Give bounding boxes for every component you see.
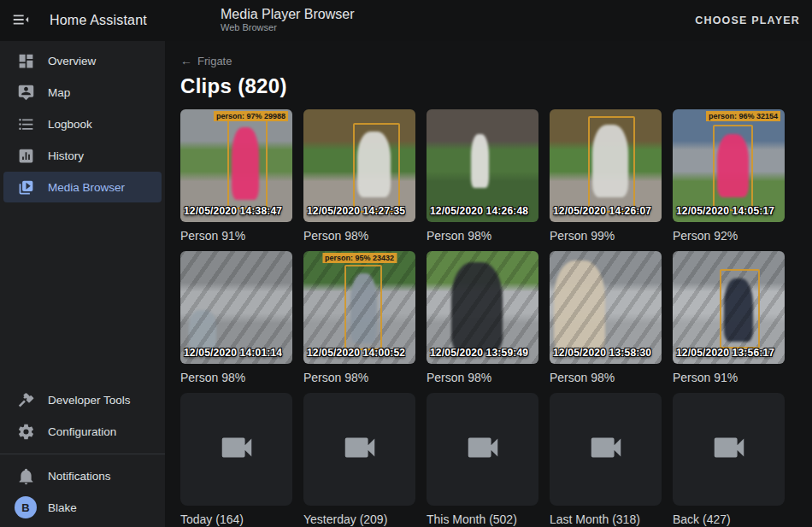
folder-label: This Month (502): [427, 512, 538, 527]
sidebar-item-label: Developer Tools: [48, 394, 131, 407]
clip-card[interactable]: 12/05/2020 13:56:17 Person 91%: [673, 251, 785, 385]
sidebar-item-label: Media Browser: [48, 181, 125, 194]
page-subtitle: Web Browser: [221, 22, 355, 33]
clip-timestamp: 12/05/2020 14:26:48: [430, 205, 528, 217]
sidebar-item-map[interactable]: Map: [3, 77, 162, 108]
sidebar-item-notifications[interactable]: Notifications: [3, 460, 162, 491]
sidebar-divider: [0, 454, 165, 454]
clip-card[interactable]: 12/05/2020 14:27:35 Person 98%: [303, 109, 415, 243]
person-figure: [451, 262, 503, 353]
clip-thumbnail: person: 96% 32154 12/05/2020 14:05:17: [673, 109, 785, 222]
video-camera-icon: [217, 428, 256, 471]
clip-thumbnail: 12/05/2020 14:01:14: [180, 251, 292, 364]
clip-timestamp: 12/05/2020 14:05:17: [676, 205, 774, 217]
sidebar-item-developer-tools[interactable]: Developer Tools: [3, 384, 162, 415]
folder-label: Today (164): [180, 512, 292, 527]
folder-tile: [550, 393, 662, 506]
clip-timestamp: 12/05/2020 14:00:52: [307, 347, 405, 359]
hammer-icon: [3, 391, 48, 409]
list-bulleted-icon: [3, 115, 48, 133]
clip-thumbnail: 12/05/2020 13:56:17: [673, 251, 785, 364]
chart-box-icon: [3, 147, 48, 165]
clip-card[interactable]: 12/05/2020 14:26:48 Person 98%: [427, 109, 538, 243]
map-account-icon: [3, 84, 48, 102]
sidebar-spacer: [0, 203, 165, 384]
folder-card-today[interactable]: Today (164): [180, 393, 292, 527]
folder-tile: [673, 393, 785, 506]
video-camera-icon: [463, 428, 503, 471]
clip-timestamp: 12/05/2020 14:26:07: [553, 205, 651, 217]
choose-player-button[interactable]: CHOOSE PLAYER: [695, 0, 800, 41]
sidebar-item-configuration[interactable]: Configuration: [3, 416, 162, 447]
clip-caption: Person 98%: [550, 370, 662, 385]
sidebar-item-logbook[interactable]: Logbook: [3, 108, 162, 139]
sidebar: Overview Map Logbook History Media Brows…: [0, 41, 165, 527]
app-title: Home Assistant: [50, 13, 147, 28]
user-name-label: Blake: [48, 501, 77, 514]
folder-card-back[interactable]: Back (427): [673, 393, 785, 527]
clip-caption: Person 98%: [303, 370, 415, 385]
clip-card[interactable]: person: 95% 23432 12/05/2020 14:00:52 Pe…: [303, 251, 415, 385]
clip-card[interactable]: person: 97% 29988 12/05/2020 14:38:47 Pe…: [180, 109, 292, 243]
clip-caption: Person 91%: [180, 228, 292, 243]
person-figure: [471, 134, 489, 188]
sidebar-item-media-browser[interactable]: Media Browser: [3, 172, 162, 202]
sidebar-item-label: Map: [48, 86, 70, 99]
detection-bbox: [720, 269, 760, 348]
page-title-clips: Clips (820): [180, 74, 812, 98]
clip-timestamp: 12/05/2020 14:01:14: [184, 347, 282, 359]
detection-bbox: [588, 116, 635, 214]
sidebar-item-history[interactable]: History: [3, 140, 162, 171]
clip-card[interactable]: 12/05/2020 13:58:30 Person 98%: [550, 251, 662, 385]
folder-tile: [303, 393, 415, 506]
bell-icon: [3, 467, 48, 485]
sidebar-item-label: Overview: [48, 55, 96, 67]
back-arrow-icon: ←: [180, 54, 192, 67]
sidebar-item-label: Notifications: [48, 470, 111, 483]
folder-card-last-month[interactable]: Last Month (318): [550, 393, 662, 527]
sidebar-item-user-profile[interactable]: B Blake: [3, 492, 162, 523]
page-header: Media Player Browser Web Browser: [221, 6, 355, 33]
clip-card[interactable]: 12/05/2020 13:59:49 Person 98%: [427, 251, 538, 385]
video-camera-icon: [340, 428, 380, 471]
sidebar-toggle-button[interactable]: [0, 0, 41, 41]
folder-card-yesterday[interactable]: Yesterday (209): [303, 393, 415, 527]
person-figure: [189, 310, 215, 351]
detection-chip: person: 96% 32154: [706, 111, 780, 121]
video-camera-icon: [709, 428, 749, 471]
video-camera-icon: [586, 428, 626, 471]
clip-timestamp: 12/05/2020 13:59:49: [430, 347, 528, 359]
sidebar-item-overview[interactable]: Overview: [3, 45, 162, 76]
sidebar-item-label: History: [48, 149, 84, 162]
clip-card[interactable]: 12/05/2020 14:26:07 Person 99%: [550, 109, 662, 243]
folder-card-this-month[interactable]: This Month (502): [427, 393, 538, 527]
clip-caption: Person 98%: [180, 370, 292, 385]
play-box-multiple-icon: [3, 179, 48, 196]
clip-thumbnail: person: 97% 29988 12/05/2020 14:38:47: [180, 109, 292, 222]
clip-card[interactable]: 12/05/2020 14:01:14 Person 98%: [180, 251, 292, 385]
clip-thumbnail: 12/05/2020 14:26:07: [550, 109, 662, 222]
detection-chip: person: 97% 29988: [214, 111, 288, 121]
breadcrumb-back-frigate[interactable]: ← Frigate: [180, 54, 232, 67]
detection-bbox: [713, 125, 753, 210]
clip-thumbnail: 12/05/2020 13:58:30: [550, 251, 662, 364]
clip-timestamp: 12/05/2020 13:56:17: [676, 347, 774, 359]
breadcrumb-label: Frigate: [197, 55, 232, 67]
avatar: B: [15, 496, 37, 518]
clip-caption: Person 98%: [303, 228, 415, 243]
detection-bbox: [227, 117, 268, 209]
folder-label: Yesterday (209): [303, 512, 415, 527]
clip-thumbnail: 12/05/2020 14:27:35: [303, 109, 415, 222]
detection-bbox: [353, 123, 400, 214]
menu-open-icon: [11, 10, 30, 32]
folder-label: Last Month (318): [550, 512, 662, 527]
clip-caption: Person 98%: [427, 370, 538, 385]
home-assistant-app: Home Assistant Media Player Browser Web …: [0, 0, 812, 527]
clip-card[interactable]: person: 96% 32154 12/05/2020 14:05:17 Pe…: [673, 109, 785, 243]
page-title: Media Player Browser: [221, 6, 355, 22]
media-grid: person: 97% 29988 12/05/2020 14:38:47 Pe…: [180, 109, 812, 527]
clip-thumbnail: person: 95% 23432 12/05/2020 14:00:52: [303, 251, 415, 364]
clip-thumbnail: 12/05/2020 13:59:49: [427, 251, 538, 364]
clip-timestamp: 12/05/2020 14:38:47: [184, 205, 282, 217]
folder-label: Back (427): [673, 512, 785, 527]
